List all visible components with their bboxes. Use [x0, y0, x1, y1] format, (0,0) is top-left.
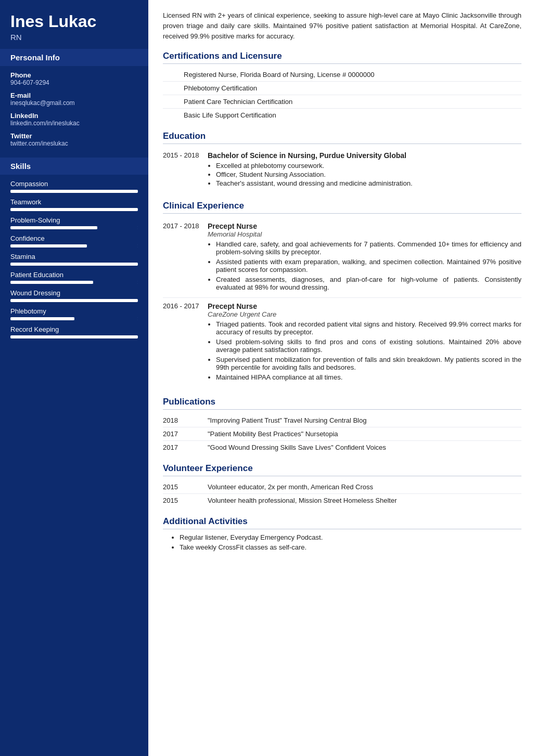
skill-bar-dark: [93, 281, 138, 284]
skill-bar: [10, 317, 138, 320]
name-block: Ines Lukac RN: [0, 0, 148, 49]
skill-item: Problem-Solving: [10, 216, 138, 229]
skill-item: Stamina: [10, 253, 138, 266]
skill-bar-fill: [10, 226, 97, 229]
edu-row: 2015 - 2018 Bachelor of Science in Nursi…: [163, 148, 521, 191]
vol-text: Volunteer health professional, Mission S…: [208, 497, 521, 504]
contact-value: linkedin.com/in/ineslukac: [10, 120, 138, 127]
contact-value: 904-607-9294: [10, 79, 138, 86]
exp-bullet: Created assessments, diagnoses, and plan…: [216, 276, 521, 291]
skill-bar-fill: [10, 190, 138, 193]
skill-bar-fill: [10, 317, 74, 320]
exp-job-title: Precept Nurse: [208, 222, 521, 230]
exp-year: 2016 - 2017: [163, 302, 199, 383]
clinical-header: Clinical Experience: [163, 201, 521, 214]
skill-name: Record Keeping: [10, 325, 138, 333]
edu-title: Bachelor of Science in Nursing, Purdue U…: [208, 151, 521, 160]
exp-bullet: Assisted patients with exam preparation,…: [216, 258, 521, 273]
candidate-title: RN: [10, 33, 138, 42]
skill-name: Confidence: [10, 234, 138, 242]
skill-item: Compassion: [10, 180, 138, 193]
pub-row: 2018 "Improving Patient Trust" Travel Nu…: [163, 414, 521, 427]
skill-bar-dark: [74, 317, 138, 320]
additional-bullet: Take weekly CrossFit classes as self-car…: [180, 543, 521, 551]
personal-info-header: Personal Info: [0, 49, 148, 66]
vol-year: 2015: [163, 497, 199, 504]
cert-item: Registered Nurse, Florida Board of Nursi…: [163, 68, 521, 82]
publications-header: Publications: [163, 397, 521, 410]
pub-row: 2017 "Patient Mobility Best Practices" N…: [163, 427, 521, 441]
skill-bar: [10, 190, 138, 193]
skill-bar: [10, 226, 138, 229]
skill-bar-dark: [97, 226, 138, 229]
contact-label: LinkedIn: [10, 112, 138, 120]
skill-name: Stamina: [10, 253, 138, 260]
certifications-section: Certifications and Licensure Registered …: [163, 51, 521, 122]
skill-item: Record Keeping: [10, 325, 138, 338]
additional-header: Additional Activities: [163, 516, 521, 529]
publications-section: Publications 2018 "Improving Patient Tru…: [163, 397, 521, 454]
skill-name: Wound Dressing: [10, 289, 138, 297]
certifications-header: Certifications and Licensure: [163, 51, 521, 64]
skill-bar-dark: [87, 244, 138, 247]
exp-company: Memorial Hospital: [208, 230, 521, 238]
skill-name: Patient Education: [10, 271, 138, 279]
skill-name: Problem-Solving: [10, 216, 138, 224]
skill-item: Teamwork: [10, 198, 138, 211]
contact-label: E-mail: [10, 92, 138, 99]
cert-item: Patient Care Technician Certification: [163, 95, 521, 109]
exp-job-title: Precept Nurse: [208, 302, 521, 310]
skill-bar-fill: [10, 244, 87, 247]
pub-text: "Improving Patient Trust" Travel Nursing…: [208, 416, 521, 424]
pub-year: 2018: [163, 416, 199, 424]
vol-row: 2015 Volunteer health professional, Miss…: [163, 494, 521, 507]
exp-bullets: Triaged patients. Took and recorded pati…: [208, 320, 521, 381]
additional-section: Additional Activities Regular listener, …: [163, 516, 521, 551]
skill-bar-fill: [10, 208, 138, 211]
pub-year: 2017: [163, 444, 199, 451]
skill-item: Wound Dressing: [10, 289, 138, 302]
contact-label: Twitter: [10, 132, 138, 140]
edu-bullet: Officer, Student Nursing Association.: [216, 171, 521, 178]
skill-item: Confidence: [10, 234, 138, 247]
skill-bar-fill: [10, 263, 138, 266]
edu-content: Bachelor of Science in Nursing, Purdue U…: [208, 151, 521, 188]
skill-bar: [10, 299, 138, 302]
education-section: Education 2015 - 2018 Bachelor of Scienc…: [163, 131, 521, 191]
volunteer-header: Volunteer Experience: [163, 463, 521, 476]
skill-bar-fill: [10, 335, 138, 338]
cert-item: Phlebotomy Certification: [163, 82, 521, 95]
skill-bar: [10, 263, 138, 266]
contact-item: Twittertwitter.com/ineslukac: [10, 132, 138, 147]
vol-row: 2015 Volunteer educator, 2x per month, A…: [163, 480, 521, 494]
skill-name: Compassion: [10, 180, 138, 188]
exp-bullet: Supervised patient mobilization for prev…: [216, 356, 521, 371]
pub-row: 2017 "Good Wound Dressing Skills Save Li…: [163, 441, 521, 454]
main-content: Licensed RN with 2+ years of clinical ex…: [148, 0, 536, 756]
skill-bar: [10, 208, 138, 211]
skill-bar: [10, 281, 138, 284]
contact-item: Phone904-607-9294: [10, 71, 138, 86]
summary-text: Licensed RN with 2+ years of clinical ex…: [163, 10, 521, 42]
additional-bullet: Regular listener, Everyday Emergency Pod…: [180, 533, 521, 541]
exp-row: 2017 - 2018 Precept Nurse Memorial Hospi…: [163, 218, 521, 298]
edu-bullet: Excelled at phlebotomy coursework.: [216, 162, 521, 170]
skills-section: Compassion Teamwork Problem-Solving Conf…: [0, 175, 148, 349]
contact-item: LinkedInlinkedin.com/in/ineslukac: [10, 112, 138, 127]
contact-value: inesqlukac@gmail.com: [10, 99, 138, 107]
pub-text: "Good Wound Dressing Skills Save Lives" …: [208, 444, 521, 451]
education-header: Education: [163, 131, 521, 144]
contact-value: twitter.com/ineslukac: [10, 140, 138, 147]
resume-container: Ines Lukac RN Personal Info Phone904-607…: [0, 0, 536, 756]
clinical-experience-section: Clinical Experience 2017 - 2018 Precept …: [163, 201, 521, 387]
volunteer-section: Volunteer Experience 2015 Volunteer educ…: [163, 463, 521, 507]
edu-bullets: Excelled at phlebotomy coursework.Office…: [208, 162, 521, 187]
contact-label: Phone: [10, 71, 138, 79]
vol-text: Volunteer educator, 2x per month, Americ…: [208, 483, 521, 491]
exp-row: 2016 - 2017 Precept Nurse CareZone Urgen…: [163, 298, 521, 387]
exp-company: CareZone Urgent Care: [208, 310, 521, 318]
skill-item: Phlebotomy: [10, 307, 138, 320]
cert-item: Basic Life Support Certification: [163, 109, 521, 122]
exp-content: Precept Nurse Memorial Hospital Handled …: [208, 222, 521, 293]
exp-bullet: Maintained HIPAA compliance at all times…: [216, 373, 521, 381]
